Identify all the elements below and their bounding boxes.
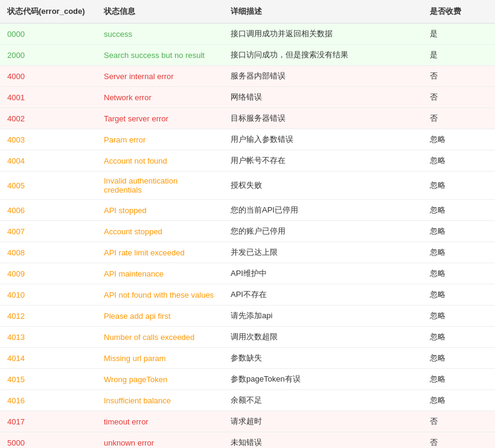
cell-code: 4009 bbox=[0, 263, 97, 284]
cell-msg: Search success but no result bbox=[97, 45, 223, 66]
table-row: 2000Search success but no result接口访问成功，但… bbox=[0, 45, 495, 66]
cell-desc: 用户帐号不存在 bbox=[223, 150, 423, 171]
table-row: 4009API maintenanceAPI维护中忽略 bbox=[0, 263, 495, 284]
cell-code: 4010 bbox=[0, 284, 97, 306]
cell-msg: unknown error bbox=[97, 432, 223, 449]
cell-msg: API maintenance bbox=[97, 263, 223, 284]
cell-msg: Account stopped bbox=[97, 221, 223, 242]
cell-charge: 忽略 bbox=[423, 129, 495, 150]
table-row: 4014Missing url param参数缺失忽略 bbox=[0, 348, 495, 369]
cell-msg: Param error bbox=[97, 129, 223, 150]
table-row: 0000success接口调用成功并返回相关数据是 bbox=[0, 24, 495, 45]
cell-desc: 参数pageToken有误 bbox=[223, 369, 423, 390]
cell-desc: 未知错误 bbox=[223, 432, 423, 449]
cell-code: 4017 bbox=[0, 411, 97, 432]
cell-code: 4001 bbox=[0, 87, 97, 108]
cell-desc: API维护中 bbox=[223, 263, 423, 284]
cell-msg: API not found with these values bbox=[97, 284, 223, 306]
cell-desc: 余额不足 bbox=[223, 390, 423, 411]
cell-charge: 忽略 bbox=[423, 263, 495, 284]
table-row: 5000unknown error未知错误否 bbox=[0, 432, 495, 449]
cell-code: 4012 bbox=[0, 306, 97, 327]
cell-msg: Network error bbox=[97, 87, 223, 108]
cell-msg: API rate limit exceeded bbox=[97, 242, 223, 263]
cell-msg: Insufficient balance bbox=[97, 390, 223, 411]
table-row: 4007Account stopped您的账户已停用忽略 bbox=[0, 221, 495, 242]
cell-charge: 忽略 bbox=[423, 306, 495, 327]
header-desc: 详细描述 bbox=[223, 0, 423, 24]
table-row: 4013Number of calls exceeded调用次数超限忽略 bbox=[0, 327, 495, 348]
cell-desc: 接口访问成功，但是搜索没有结果 bbox=[223, 45, 423, 66]
cell-msg: Invalid authentication credentials bbox=[97, 171, 223, 200]
table-row: 4012Please add api first请先添加api忽略 bbox=[0, 306, 495, 327]
table-row: 4008API rate limit exceeded并发已达上限忽略 bbox=[0, 242, 495, 263]
cell-code: 2000 bbox=[0, 45, 97, 66]
table-row: 4000Server internal error服务器内部错误否 bbox=[0, 66, 495, 87]
cell-charge: 否 bbox=[423, 432, 495, 449]
table-row: 4005Invalid authentication credentials授权… bbox=[0, 171, 495, 200]
cell-code: 0000 bbox=[0, 24, 97, 45]
cell-msg: success bbox=[97, 24, 223, 45]
cell-desc: 目标服务器错误 bbox=[223, 108, 423, 129]
table-row: 4006API stopped您的当前API已停用忽略 bbox=[0, 200, 495, 221]
header-msg: 状态信息 bbox=[97, 0, 223, 24]
cell-desc: 用户输入参数错误 bbox=[223, 129, 423, 150]
cell-charge: 是 bbox=[423, 24, 495, 45]
table-row: 4015Wrong pageToken参数pageToken有误忽略 bbox=[0, 369, 495, 390]
cell-desc: 请求超时 bbox=[223, 411, 423, 432]
cell-desc: 请先添加api bbox=[223, 306, 423, 327]
cell-code: 4013 bbox=[0, 327, 97, 348]
table-row: 4010API not found with these valuesAPI不存… bbox=[0, 284, 495, 306]
cell-desc: 并发已达上限 bbox=[223, 242, 423, 263]
cell-code: 4014 bbox=[0, 348, 97, 369]
cell-charge: 否 bbox=[423, 108, 495, 129]
cell-desc: 网络错误 bbox=[223, 87, 423, 108]
cell-charge: 否 bbox=[423, 87, 495, 108]
cell-code: 4008 bbox=[0, 242, 97, 263]
cell-code: 4015 bbox=[0, 369, 97, 390]
cell-code: 4004 bbox=[0, 150, 97, 171]
table-row: 4016Insufficient balance余额不足忽略 bbox=[0, 390, 495, 411]
header-code: 状态代码(error_code) bbox=[0, 0, 97, 24]
cell-desc: 授权失败 bbox=[223, 171, 423, 200]
cell-desc: 接口调用成功并返回相关数据 bbox=[223, 24, 423, 45]
cell-code: 4016 bbox=[0, 390, 97, 411]
table-row: 4001Network error网络错误否 bbox=[0, 87, 495, 108]
cell-code: 4005 bbox=[0, 171, 97, 200]
cell-code: 4000 bbox=[0, 66, 97, 87]
cell-code: 4007 bbox=[0, 221, 97, 242]
cell-desc: API不存在 bbox=[223, 284, 423, 306]
error-code-table: 状态代码(error_code) 状态信息 详细描述 是否收费 0000succ… bbox=[0, 0, 495, 448]
cell-charge: 忽略 bbox=[423, 327, 495, 348]
cell-desc: 调用次数超限 bbox=[223, 327, 423, 348]
cell-msg: Target server error bbox=[97, 108, 223, 129]
cell-desc: 您的账户已停用 bbox=[223, 221, 423, 242]
cell-msg: Server internal error bbox=[97, 66, 223, 87]
cell-charge: 忽略 bbox=[423, 284, 495, 306]
cell-msg: timeout error bbox=[97, 411, 223, 432]
cell-code: 4002 bbox=[0, 108, 97, 129]
cell-msg: API stopped bbox=[97, 200, 223, 221]
cell-charge: 否 bbox=[423, 411, 495, 432]
cell-desc: 服务器内部错误 bbox=[223, 66, 423, 87]
header-charge: 是否收费 bbox=[423, 0, 495, 24]
cell-msg: Wrong pageToken bbox=[97, 369, 223, 390]
cell-charge: 忽略 bbox=[423, 348, 495, 369]
cell-charge: 忽略 bbox=[423, 221, 495, 242]
cell-charge: 忽略 bbox=[423, 200, 495, 221]
cell-charge: 否 bbox=[423, 66, 495, 87]
cell-msg: Missing url param bbox=[97, 348, 223, 369]
cell-msg: Please add api first bbox=[97, 306, 223, 327]
cell-msg: Account not found bbox=[97, 150, 223, 171]
cell-charge: 忽略 bbox=[423, 369, 495, 390]
cell-msg: Number of calls exceeded bbox=[97, 327, 223, 348]
cell-charge: 忽略 bbox=[423, 390, 495, 411]
cell-desc: 您的当前API已停用 bbox=[223, 200, 423, 221]
cell-charge: 忽略 bbox=[423, 242, 495, 263]
cell-charge: 忽略 bbox=[423, 150, 495, 171]
cell-charge: 忽略 bbox=[423, 171, 495, 200]
cell-code: 4006 bbox=[0, 200, 97, 221]
table-row: 4004Account not found用户帐号不存在忽略 bbox=[0, 150, 495, 171]
cell-charge: 是 bbox=[423, 45, 495, 66]
table-row: 4003Param error用户输入参数错误忽略 bbox=[0, 129, 495, 150]
